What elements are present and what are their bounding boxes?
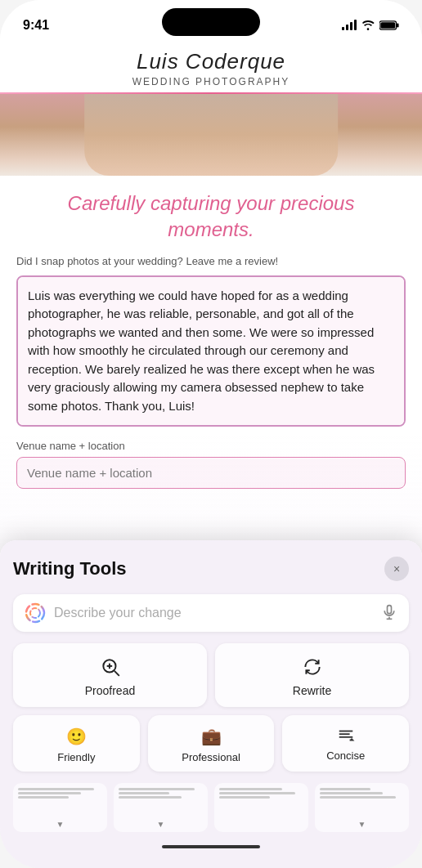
preview-down-arrow: ▼ [157,820,165,829]
friendly-label: Friendly [57,751,95,763]
preview-line [219,796,270,799]
hero-image [0,94,422,176]
preview-line [119,796,182,799]
site-subtitle: Wedding Photography [16,76,406,87]
rewrite-icon [302,656,323,678]
concise-label: Concise [326,749,365,762]
venue-label: Venue name + location [16,440,406,452]
concise-icon [337,727,355,745]
concise-button[interactable]: Concise [282,715,409,772]
search-bar: Describe your change [13,594,409,632]
svg-rect-5 [388,605,392,613]
preview-line [219,788,282,790]
tone-row: 🙂 Friendly 💼 Professional Concise [13,715,409,772]
preview-card-4[interactable]: ▼ [315,783,409,832]
writing-tools-panel: Writing Tools × Describe your change [0,540,422,868]
site-header: Luis Coderque Wedding Photography [0,41,422,92]
battery-icon [379,20,399,30]
svg-line-9 [114,671,119,676]
rewrite-label: Rewrite [293,684,331,697]
proofread-button[interactable]: Proofread [13,643,207,707]
status-time: 9:41 [23,18,49,33]
preview-down-arrow: ▼ [56,820,65,829]
preview-line [18,796,69,799]
tools-row: Proofread Rewrite [13,643,409,707]
preview-card-3[interactable] [214,783,308,832]
panel-header: Writing Tools × [13,557,409,581]
wifi-icon [361,20,375,30]
proofread-label: Proofread [85,684,135,697]
tagline: Carefully capturing your precious moment… [0,176,422,255]
svg-point-3 [26,604,44,622]
ai-icon [25,602,46,624]
preview-line [219,792,295,794]
preview-line [320,796,396,799]
svg-rect-1 [397,23,399,27]
review-section: Did I snap photos at your wedding? Leave… [0,255,422,497]
svg-point-4 [30,608,40,618]
signal-icon [342,20,357,30]
dynamic-island [162,8,260,36]
panel-title: Writing Tools [13,558,127,579]
close-button[interactable]: × [384,557,409,581]
home-bar [162,845,260,848]
preview-card-1[interactable]: ▼ [13,783,107,832]
preview-line [320,792,383,794]
site-title: Luis Coderque [16,49,406,74]
review-prompt: Did I snap photos at your wedding? Leave… [16,255,406,267]
preview-down-arrow: ▼ [358,820,366,829]
friendly-button[interactable]: 🙂 Friendly [13,715,140,772]
preview-line [119,792,169,794]
preview-line [18,788,94,790]
professional-label: Professional [182,751,240,763]
preview-line [18,792,81,794]
preview-line [119,788,195,790]
friendly-icon: 🙂 [66,727,87,746]
preview-card-2[interactable]: ▼ [114,783,208,832]
professional-button[interactable]: 💼 Professional [148,715,275,772]
proofread-icon [100,656,121,678]
rewrite-button[interactable]: Rewrite [215,643,409,707]
preview-row: ▼ ▼ ▼ [13,783,409,832]
home-indicator [13,832,409,855]
svg-rect-2 [380,22,395,29]
mic-icon [381,604,397,620]
status-bar: 9:41 [0,0,422,41]
review-textarea[interactable] [16,275,406,427]
venue-input[interactable] [16,457,406,489]
preview-line [320,788,370,790]
professional-icon: 💼 [201,727,222,746]
search-placeholder: Describe your change [54,606,373,620]
mic-button[interactable] [381,604,397,623]
status-icons [342,20,399,30]
